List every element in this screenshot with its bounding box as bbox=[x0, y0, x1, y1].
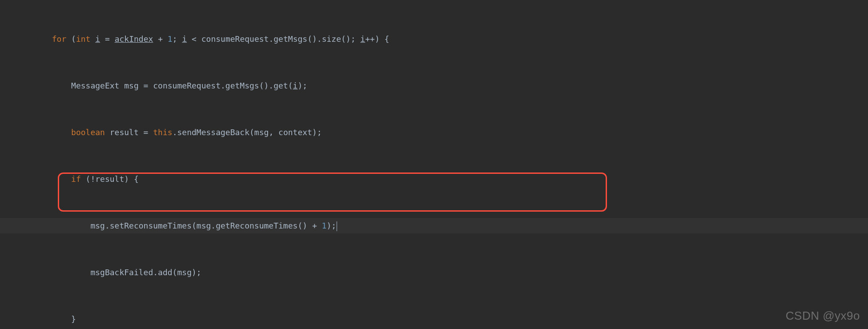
indent bbox=[13, 221, 90, 230]
code-editor[interactable]: for (int i = ackIndex + 1; i < consumeRe… bbox=[0, 0, 868, 329]
num-1: 1 bbox=[168, 34, 173, 44]
var-i: i bbox=[293, 81, 298, 90]
expr: < consumeRequest.getMsgs().size(); bbox=[187, 34, 360, 44]
indent bbox=[13, 268, 90, 277]
close-brace: } bbox=[71, 314, 76, 324]
code-text: .sendMessageBack(msg, context); bbox=[173, 128, 322, 137]
code-line-current[interactable]: msg.setReconsumeTimes(msg.getReconsumeTi… bbox=[0, 218, 868, 233]
code-text: result = bbox=[105, 128, 153, 137]
keyword-int: int bbox=[76, 34, 91, 44]
code-line[interactable]: for (int i = ackIndex + 1; i < consumeRe… bbox=[0, 31, 868, 47]
code-line[interactable]: MessageExt msg = consumeRequest.getMsgs(… bbox=[0, 78, 868, 93]
watermark: CSDN @yx9o bbox=[786, 308, 860, 324]
var-i: i bbox=[95, 34, 100, 44]
text-cursor bbox=[337, 221, 337, 231]
inc-brace: ++) { bbox=[365, 34, 389, 44]
code-text: msg.setReconsumeTimes(msg.getReconsumeTi… bbox=[90, 221, 321, 230]
var-i: i bbox=[360, 34, 365, 44]
code-line[interactable]: } bbox=[0, 311, 868, 327]
keyword-if: if bbox=[71, 174, 81, 184]
code-text: msgBackFailed.add(msg); bbox=[90, 268, 201, 277]
keyword-this: this bbox=[153, 128, 172, 137]
var-ackindex: ackIndex bbox=[115, 34, 153, 44]
indent bbox=[13, 128, 71, 137]
code-line[interactable]: msgBackFailed.add(msg); bbox=[0, 265, 868, 280]
indent bbox=[13, 174, 71, 184]
code-line[interactable]: boolean result = this.sendMessageBack(ms… bbox=[0, 124, 868, 140]
code-text: MessageExt msg = consumeRequest.getMsgs(… bbox=[71, 81, 293, 90]
code-text: ); bbox=[326, 221, 336, 230]
indent bbox=[13, 81, 71, 90]
var-i: i bbox=[182, 34, 187, 44]
semi: ; bbox=[173, 34, 182, 44]
code-text: (!result) { bbox=[81, 174, 139, 184]
keyword-boolean: boolean bbox=[71, 128, 105, 137]
keyword-for: for bbox=[52, 34, 67, 44]
num-1: 1 bbox=[322, 221, 327, 230]
op-eq: = bbox=[100, 34, 115, 44]
op-plus: + bbox=[153, 34, 168, 44]
code-text: ); bbox=[297, 81, 307, 90]
indent bbox=[13, 314, 71, 324]
code-line[interactable]: if (!result) { bbox=[0, 171, 868, 187]
